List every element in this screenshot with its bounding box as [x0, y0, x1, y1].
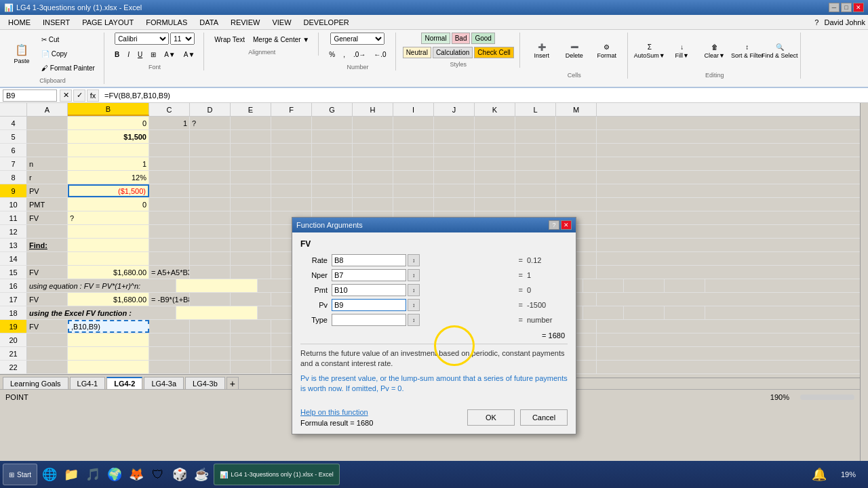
- increase-decimal-btn[interactable]: .0→: [350, 47, 369, 61]
- cell-f10[interactable]: [271, 198, 312, 211]
- cell-b9[interactable]: ($1,500): [68, 184, 149, 197]
- arg-rate-collapse[interactable]: ↕: [408, 254, 420, 266]
- cell-e5[interactable]: [231, 130, 271, 143]
- menu-developer[interactable]: DEVELOPER: [298, 16, 355, 29]
- arg-type-input[interactable]: [332, 314, 406, 326]
- check-cell-style[interactable]: Check Cell: [474, 47, 513, 58]
- restore-btn[interactable]: □: [841, 3, 852, 12]
- border-btn[interactable]: ⊞: [147, 47, 159, 61]
- cell-e21[interactable]: [231, 347, 271, 360]
- cell-k10[interactable]: [475, 198, 515, 211]
- cell-e20[interactable]: [231, 333, 271, 346]
- cell-b15[interactable]: $1,680.00: [68, 266, 149, 279]
- cell-d11[interactable]: [190, 211, 231, 224]
- cell-k18[interactable]: [583, 306, 624, 319]
- cell-c17[interactable]: = -B9*(1+B8)^B7: [149, 293, 190, 306]
- cancel-formula-btn[interactable]: ✕: [60, 89, 72, 102]
- cell-a9[interactable]: PV: [27, 184, 68, 197]
- cell-b19[interactable]: ,B10,B9): [68, 320, 149, 333]
- cell-m5[interactable]: [556, 130, 597, 143]
- copy-btn[interactable]: 📄 Copy: [38, 47, 98, 60]
- cut-btn[interactable]: ✂ Cut: [38, 33, 98, 46]
- col-header-e[interactable]: E: [231, 103, 271, 116]
- cell-c14[interactable]: [149, 252, 190, 265]
- cell-b20[interactable]: [68, 333, 149, 346]
- cell-l10[interactable]: [515, 198, 556, 211]
- cell-c15[interactable]: = A5+A5*B3: [149, 266, 190, 279]
- cell-d9[interactable]: [190, 184, 231, 197]
- cell-c19[interactable]: [149, 320, 190, 333]
- merge-center-btn[interactable]: Merge & Center ▼: [250, 33, 313, 46]
- cell-d13[interactable]: [190, 239, 231, 251]
- cell-k16[interactable]: [583, 279, 624, 292]
- font-size-selector[interactable]: 11: [170, 33, 195, 45]
- taskbar-media[interactable]: 🎵: [83, 465, 102, 484]
- cell-f7[interactable]: [271, 157, 312, 170]
- cell-b7[interactable]: 1: [68, 157, 149, 170]
- cell-i4[interactable]: [393, 117, 434, 129]
- cell-m4[interactable]: [556, 117, 597, 129]
- bad-style[interactable]: Bad: [452, 33, 471, 44]
- arg-rate-input[interactable]: [332, 254, 406, 266]
- cell-e13[interactable]: [231, 239, 271, 251]
- cell-d4[interactable]: ?: [190, 117, 231, 129]
- neutral-style[interactable]: Neutral: [403, 47, 431, 58]
- menu-formulas[interactable]: FORMULAS: [140, 16, 193, 29]
- cell-d17[interactable]: [190, 293, 231, 306]
- cell-h4[interactable]: [353, 117, 393, 129]
- menu-home[interactable]: HOME: [3, 16, 36, 29]
- cell-a11[interactable]: FV: [27, 211, 68, 224]
- cell-f9[interactable]: [271, 184, 312, 197]
- tab-lg4-2[interactable]: LG4-2: [106, 377, 142, 389]
- cell-i9[interactable]: [393, 184, 434, 197]
- cell-i5[interactable]: [393, 130, 434, 143]
- cell-j7[interactable]: [434, 157, 475, 170]
- underline-btn[interactable]: U: [134, 47, 146, 61]
- cell-a17[interactable]: FV: [27, 293, 68, 306]
- taskbar-game[interactable]: 🎲: [170, 465, 189, 484]
- cell-k9[interactable]: [475, 184, 515, 197]
- cell-b18[interactable]: [176, 306, 258, 319]
- cell-e10[interactable]: [231, 198, 271, 211]
- cell-e4[interactable]: [231, 117, 271, 129]
- cell-l7[interactable]: [515, 157, 556, 170]
- cell-e22[interactable]: [231, 361, 271, 373]
- cell-a8[interactable]: r: [27, 171, 68, 184]
- cell-m8[interactable]: [556, 171, 597, 184]
- cell-g10[interactable]: [312, 198, 353, 211]
- formula-input[interactable]: [102, 89, 865, 102]
- add-sheet-btn[interactable]: +: [226, 377, 239, 389]
- cell-d5[interactable]: [190, 130, 231, 143]
- cell-m18[interactable]: [665, 306, 705, 319]
- cell-d22[interactable]: [190, 361, 231, 373]
- cell-a21[interactable]: [27, 347, 68, 360]
- cell-a14[interactable]: [27, 252, 68, 265]
- cell-g7[interactable]: [312, 157, 353, 170]
- cell-d12[interactable]: [190, 225, 231, 238]
- taskbar-earth[interactable]: 🌍: [105, 465, 124, 484]
- cell-j5[interactable]: [434, 130, 475, 143]
- cell-d14[interactable]: [190, 252, 231, 265]
- cell-l16[interactable]: [624, 279, 665, 292]
- cell-c7[interactable]: [149, 157, 190, 170]
- delete-btn[interactable]: ➖Delete: [559, 33, 589, 69]
- taskbar-bell[interactable]: 🔔: [810, 465, 829, 484]
- tab-learning-goals[interactable]: Learning Goals: [3, 377, 68, 389]
- cell-j4[interactable]: [434, 117, 475, 129]
- cell-d21[interactable]: [190, 347, 231, 360]
- normal-style[interactable]: Normal: [421, 33, 450, 44]
- ok-button[interactable]: OK: [467, 409, 515, 426]
- find-select-btn[interactable]: 🔍Find & Select: [765, 33, 795, 69]
- cell-a4[interactable]: [27, 117, 68, 129]
- cell-c22[interactable]: [149, 361, 190, 373]
- cell-m16[interactable]: [665, 279, 705, 292]
- col-header-b[interactable]: B: [68, 103, 149, 116]
- arg-nper-input[interactable]: [332, 269, 406, 281]
- help-link[interactable]: Help on this function: [300, 408, 373, 416]
- cell-e8[interactable]: [231, 171, 271, 184]
- cell-b12[interactable]: [68, 225, 149, 238]
- cell-f8[interactable]: [271, 171, 312, 184]
- cell-a18[interactable]: using the Excel FV function :: [27, 306, 176, 319]
- taskbar-excel[interactable]: 📊 LG4 1-3questions only (1).xlsx - Excel: [214, 464, 340, 485]
- cell-c4[interactable]: 1: [149, 117, 190, 129]
